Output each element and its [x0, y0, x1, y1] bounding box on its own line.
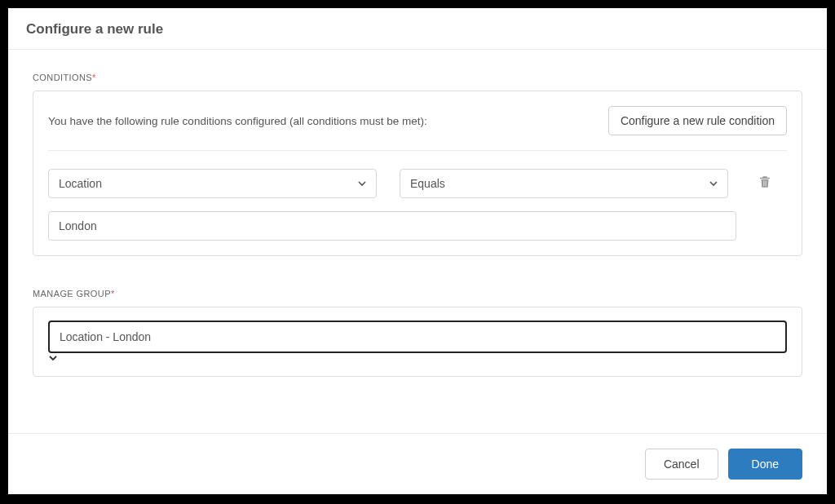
conditions-description: You have the following rule conditions c…	[48, 115, 427, 127]
condition-row: Location Equals	[48, 169, 787, 198]
dialog-title: Configure a new rule	[26, 21, 809, 38]
cancel-button[interactable]: Cancel	[645, 449, 718, 480]
manage-group-select-wrap: Location - London	[48, 321, 787, 363]
dialog-footer: Cancel Done	[8, 433, 827, 494]
condition-value-input[interactable]	[48, 211, 736, 241]
add-condition-button[interactable]: Configure a new rule condition	[608, 106, 787, 135]
condition-operator-select-wrap: Equals	[400, 169, 728, 198]
manage-group-select[interactable]: Location - London	[48, 321, 787, 353]
manage-group-section: MANAGE GROUP* Location - London	[33, 289, 802, 377]
condition-operator-select[interactable]: Equals	[400, 169, 728, 198]
conditions-panel: You have the following rule conditions c…	[33, 91, 802, 256]
conditions-required-mark: *	[92, 73, 96, 82]
manage-group-panel: Location - London	[33, 307, 802, 377]
dialog-content: CONDITIONS* You have the following rule …	[8, 50, 827, 433]
conditions-label-text: CONDITIONS	[33, 73, 92, 82]
dialog-header: Configure a new rule	[8, 8, 827, 50]
manage-group-label-text: MANAGE GROUP	[33, 289, 111, 298]
conditions-label: CONDITIONS*	[33, 73, 802, 82]
done-button[interactable]: Done	[728, 449, 802, 480]
configure-rule-window: Configure a new rule CONDITIONS* You hav…	[8, 8, 827, 494]
delete-condition-button[interactable]	[751, 174, 779, 193]
manage-group-label: MANAGE GROUP*	[33, 289, 802, 298]
trash-icon	[758, 174, 772, 193]
condition-field-select-wrap: Location	[48, 169, 377, 198]
condition-field-select[interactable]: Location	[48, 169, 377, 198]
manage-group-required-mark: *	[111, 289, 115, 298]
conditions-panel-header: You have the following rule conditions c…	[48, 106, 787, 151]
chevron-down-icon	[48, 353, 787, 363]
